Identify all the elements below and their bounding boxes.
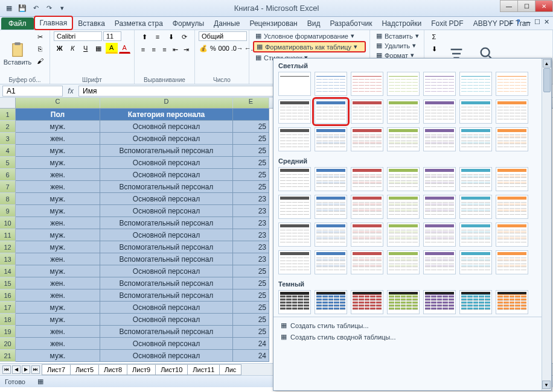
- table-style-swatch[interactable]: [351, 100, 383, 124]
- table-style-swatch[interactable]: [278, 127, 311, 151]
- table-style-swatch[interactable]: [423, 100, 456, 124]
- table-style-swatch[interactable]: [387, 72, 420, 96]
- percent-icon[interactable]: %: [209, 43, 217, 54]
- autosum-icon[interactable]: Σ: [428, 31, 440, 42]
- cell[interactable]: 25: [233, 265, 269, 277]
- fill-icon[interactable]: ⬇: [428, 43, 440, 54]
- align-left-icon[interactable]: ≡: [138, 44, 148, 55]
- cell[interactable]: муж.: [16, 157, 100, 169]
- cell[interactable]: Вспомогательный персонал: [100, 241, 233, 253]
- tab-view[interactable]: Вид: [302, 17, 325, 30]
- table-style-swatch[interactable]: [496, 127, 528, 151]
- row-header[interactable]: 1: [0, 109, 16, 121]
- table-style-swatch[interactable]: [423, 127, 456, 151]
- row-header[interactable]: 12: [0, 241, 16, 253]
- number-format-select[interactable]: [199, 31, 247, 41]
- tab-developer[interactable]: Разработчик: [325, 17, 377, 30]
- table-style-swatch[interactable]: [315, 127, 347, 151]
- gallery-scrollbar[interactable]: ▲ ▼: [542, 58, 551, 390]
- row-header[interactable]: 9: [0, 205, 16, 217]
- table-style-swatch[interactable]: [496, 72, 528, 96]
- row-header[interactable]: 6: [0, 169, 16, 181]
- save-icon[interactable]: 💾: [17, 3, 28, 14]
- fx-icon[interactable]: fx: [65, 87, 76, 95]
- indent-decrease-icon[interactable]: ⇤: [170, 44, 180, 55]
- insert-cells-button[interactable]: ▦Вставить▾: [374, 31, 420, 40]
- cell[interactable]: 25: [233, 133, 269, 145]
- table-style-swatch[interactable]: [459, 195, 492, 219]
- cell[interactable]: муж.: [16, 145, 100, 157]
- cell[interactable]: 23: [233, 229, 269, 241]
- cell[interactable]: Вспомогательный персонал: [100, 181, 233, 193]
- cell[interactable]: муж.: [16, 265, 100, 277]
- table-style-swatch[interactable]: [423, 167, 456, 191]
- cell[interactable]: 25: [233, 314, 269, 326]
- table-style-swatch[interactable]: [423, 290, 456, 314]
- scroll-down-icon[interactable]: ▼: [542, 381, 551, 389]
- scroll-thumb[interactable]: [543, 68, 551, 92]
- table-style-swatch[interactable]: [351, 223, 383, 247]
- cell[interactable]: жен.: [16, 277, 100, 289]
- cell[interactable]: [233, 109, 269, 121]
- table-style-swatch[interactable]: [387, 167, 420, 191]
- table-style-swatch[interactable]: [459, 250, 492, 274]
- row-header[interactable]: 15: [0, 277, 16, 289]
- cell[interactable]: Основной персонал: [100, 338, 233, 350]
- cell[interactable]: 23: [233, 193, 269, 205]
- row-header[interactable]: 17: [0, 302, 16, 314]
- table-style-swatch[interactable]: [315, 72, 347, 96]
- cell[interactable]: Основной персонал: [100, 133, 233, 145]
- row-header[interactable]: 7: [0, 181, 16, 193]
- table-style-swatch[interactable]: [496, 100, 528, 124]
- new-pivot-style-button[interactable]: ▦ Создать стиль сводной таблицы...: [278, 331, 546, 343]
- tab-home[interactable]: Главная: [34, 16, 74, 30]
- table-style-swatch[interactable]: [315, 100, 347, 124]
- cell[interactable]: жен.: [16, 133, 100, 145]
- sheet-tab[interactable]: Лист8: [98, 364, 127, 375]
- format-as-table-button[interactable]: ▦ Форматировать как таблицу▾: [253, 41, 366, 52]
- row-header[interactable]: 10: [0, 217, 16, 229]
- minimize-button[interactable]: —: [500, 0, 518, 12]
- align-bottom-icon[interactable]: ⬇: [165, 31, 177, 42]
- cell[interactable]: 23: [233, 253, 269, 265]
- table-style-swatch[interactable]: [459, 167, 492, 191]
- row-header[interactable]: 13: [0, 253, 16, 265]
- bold-button[interactable]: Ж: [54, 43, 66, 54]
- cell[interactable]: Основной персонал: [100, 121, 233, 133]
- increase-decimal-icon[interactable]: .0→: [231, 43, 243, 54]
- file-tab[interactable]: Файл: [1, 17, 34, 30]
- cell[interactable]: Вспомогательный персонал: [100, 253, 233, 265]
- table-style-swatch[interactable]: [387, 195, 420, 219]
- font-color-icon[interactable]: A: [119, 43, 131, 54]
- sheet-tab[interactable]: Лист5: [70, 364, 99, 375]
- comma-icon[interactable]: 000: [218, 43, 230, 54]
- table-style-swatch[interactable]: [387, 250, 420, 274]
- cell[interactable]: Основной персонал: [100, 229, 233, 241]
- cell[interactable]: жен.: [16, 217, 100, 229]
- doc-close-icon[interactable]: ✕: [544, 18, 549, 26]
- cell[interactable]: жен.: [16, 253, 100, 265]
- cell[interactable]: муж.: [16, 229, 100, 241]
- border-icon[interactable]: ▦: [93, 43, 105, 54]
- cell[interactable]: муж.: [16, 350, 100, 362]
- table-style-swatch[interactable]: [315, 167, 347, 191]
- tab-foxit[interactable]: Foxit PDF: [426, 17, 468, 30]
- tab-insert[interactable]: Вставка: [73, 17, 110, 30]
- sheet-tab[interactable]: Лист7: [42, 364, 71, 375]
- redo-icon[interactable]: ↷: [43, 3, 54, 14]
- cell[interactable]: 25: [233, 157, 269, 169]
- table-style-swatch[interactable]: [351, 250, 383, 274]
- table-style-swatch[interactable]: [423, 195, 456, 219]
- table-style-swatch[interactable]: [423, 250, 456, 274]
- cell[interactable]: 25: [233, 181, 269, 193]
- row-header[interactable]: 2: [0, 121, 16, 133]
- sheet-nav-next[interactable]: ▶: [22, 365, 30, 374]
- tab-formulas[interactable]: Формулы: [168, 17, 209, 30]
- cell[interactable]: Основной персонал: [100, 265, 233, 277]
- cell[interactable]: Вспомогательный персонал: [100, 277, 233, 289]
- minimize-ribbon-icon[interactable]: ▵: [509, 18, 513, 26]
- table-style-swatch[interactable]: [351, 195, 383, 219]
- sheet-tab[interactable]: Лис: [219, 364, 241, 375]
- table-style-swatch[interactable]: [387, 127, 420, 151]
- table-style-swatch[interactable]: [315, 223, 347, 247]
